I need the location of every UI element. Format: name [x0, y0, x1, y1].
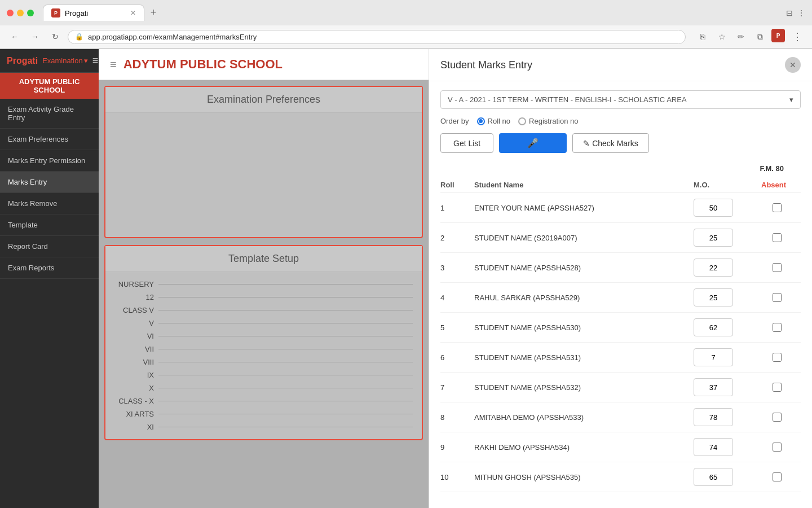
exam-preferences-title: Examination Preferences — [105, 87, 422, 113]
col-roll: Roll — [440, 181, 474, 189]
microphone-button[interactable]: 🎤 — [499, 133, 567, 153]
radio-roll-no-label: Roll no — [488, 117, 510, 125]
student-name: AMITABHA DEMO (APSSHA533) — [474, 413, 694, 422]
sidebar-item-exam-reports[interactable]: Exam Reports — [0, 257, 99, 279]
browser-menu-button[interactable]: ⋮ — [789, 29, 805, 45]
student-roll: 5 — [440, 323, 474, 332]
browser-tab[interactable]: P Progati ✕ — [43, 5, 144, 21]
radio-roll-no[interactable]: Roll no — [477, 117, 510, 125]
template-list-item[interactable]: VII — [111, 343, 416, 356]
template-setup-section: Template Setup NURSERY12CLASS VVVIVIIVII… — [104, 245, 423, 440]
minimize-icon[interactable]: ⊟ — [786, 8, 793, 17]
close-panel-button[interactable]: ✕ — [785, 57, 801, 73]
get-list-button[interactable]: Get List — [440, 133, 493, 153]
absent-checkbox[interactable] — [773, 472, 782, 481]
table-row: 8 AMITABHA DEMO (APSSHA533) — [440, 402, 801, 432]
absent-checkbox[interactable] — [773, 383, 782, 392]
address-bar[interactable]: 🔒 app.progatiapp.com/examManagement#mark… — [68, 30, 686, 44]
template-list-item[interactable]: CLASS - X — [111, 395, 416, 408]
template-list-item[interactable]: CLASS V — [111, 304, 416, 317]
table-row: 6 STUDENT NAME (APSSHA531) — [440, 343, 801, 373]
browser-menu-icon[interactable]: ⋮ — [797, 8, 805, 17]
marks-input[interactable] — [694, 199, 733, 217]
tab-close-btn[interactable]: ✕ — [130, 9, 136, 17]
marks-input[interactable] — [694, 438, 733, 456]
fm-header: F.M. 80 — [440, 162, 801, 177]
extension-puzzle-icon[interactable]: ⧉ — [752, 29, 768, 45]
hamburger-icon[interactable]: ≡ — [92, 55, 99, 67]
lock-icon: 🔒 — [75, 33, 83, 41]
sidebar-item-report-card[interactable]: Report Card — [0, 236, 99, 257]
student-roll: 2 — [440, 234, 474, 242]
template-setup-title: Template Setup — [105, 246, 422, 272]
absent-checkbox[interactable] — [773, 293, 782, 302]
template-list-item[interactable]: XI — [111, 421, 416, 433]
sidebar-item-marks-entry[interactable]: Marks Entry — [0, 172, 99, 193]
marks-input[interactable] — [694, 378, 733, 396]
template-item-line — [158, 401, 413, 401]
marks-input[interactable] — [694, 408, 733, 426]
table-row: 3 STUDENT NAME (APSSHA528) — [440, 253, 801, 283]
toolbar-icons: ⎘ ☆ ✏ ⧉ P — [695, 29, 785, 45]
absent-checkbox[interactable] — [773, 203, 782, 212]
right-panel-body: V - A - 2021 - 1ST TERM - WRITTEN - ENGL… — [429, 81, 812, 508]
maximize-window-btn[interactable] — [27, 10, 34, 16]
template-list-item[interactable]: V — [111, 317, 416, 330]
sidebar-item-marks-entry-permission[interactable]: Marks Entry Permission — [0, 150, 99, 172]
absent-checkbox[interactable] — [773, 443, 782, 452]
template-item-line — [158, 323, 413, 323]
cast-icon[interactable]: ⎘ — [695, 29, 710, 45]
module-name: Examination ▾ — [42, 56, 88, 65]
radio-registration-no[interactable]: Registration no — [518, 117, 578, 125]
forward-button[interactable]: → — [27, 29, 43, 45]
exam-selector-dropdown[interactable]: V - A - 2021 - 1ST TERM - WRITTEN - ENGL… — [440, 90, 801, 109]
marks-input[interactable] — [694, 318, 733, 336]
template-item-label: VII — [114, 345, 154, 353]
sidebar-item-exam-activity-grade-entry[interactable]: Exam Activity Grade Entry — [0, 99, 99, 129]
marks-input[interactable] — [694, 468, 733, 486]
marks-input[interactable] — [694, 288, 733, 306]
pen-icon[interactable]: ✏ — [733, 29, 749, 45]
marks-input[interactable] — [694, 229, 733, 247]
template-item-line — [158, 427, 413, 427]
browser-toolbar-right: ⊟ ⋮ — [786, 8, 805, 17]
main-header: ≡ ADYTUM PUBLIC SCHOOL — [99, 49, 429, 80]
close-window-btn[interactable] — [7, 10, 14, 16]
template-list-item[interactable]: VI — [111, 330, 416, 343]
absent-checkbox[interactable] — [773, 323, 782, 332]
new-tab-button[interactable]: + — [147, 6, 160, 20]
bookmark-icon[interactable]: ☆ — [714, 29, 730, 45]
tab-title: Progati — [65, 9, 88, 17]
template-item-line — [158, 284, 413, 284]
marks-input[interactable] — [694, 259, 733, 277]
right-panel-header: Student Marks Entry ✕ — [429, 49, 812, 81]
template-list-item[interactable]: X — [111, 382, 416, 395]
template-item-line — [158, 362, 413, 362]
minimize-window-btn[interactable] — [17, 10, 24, 16]
absent-checkbox[interactable] — [773, 233, 782, 242]
marks-input[interactable] — [694, 348, 733, 366]
check-marks-button[interactable]: ✎ Check Marks — [572, 133, 649, 153]
template-list-item[interactable]: NURSERY — [111, 278, 416, 291]
template-list-item[interactable]: IX — [111, 369, 416, 382]
sidebar-item-template[interactable]: Template — [0, 214, 99, 236]
template-list-item[interactable]: XI ARTS — [111, 408, 416, 421]
sidebar-item-marks-remove[interactable]: Marks Remove — [0, 193, 99, 214]
absent-checkbox[interactable] — [773, 263, 782, 272]
absent-checkbox[interactable] — [773, 353, 782, 362]
sidebar-header: Progati Examination ▾ ≡ — [0, 49, 99, 73]
app-logo: Progati — [7, 56, 38, 66]
student-roll: 3 — [440, 264, 474, 272]
order-by-label: Order by — [440, 117, 469, 125]
exam-preferences-body — [105, 113, 422, 237]
back-button[interactable]: ← — [7, 29, 23, 45]
template-item-label: XI — [114, 423, 154, 431]
reload-button[interactable]: ↻ — [47, 29, 63, 45]
sidebar-item-exam-preferences[interactable]: Exam Preferences — [0, 129, 99, 150]
table-row: 1 ENTER YOUR NAME (APSSHA527) — [440, 193, 801, 223]
absent-checkbox[interactable] — [773, 413, 782, 422]
template-list-item[interactable]: VIII — [111, 356, 416, 369]
table-row: 4 RAHUL SARKAR (APSSHA529) — [440, 283, 801, 313]
template-list-item[interactable]: 12 — [111, 291, 416, 304]
table-row: 5 STUDENT NAME (APSSHA530) — [440, 313, 801, 343]
